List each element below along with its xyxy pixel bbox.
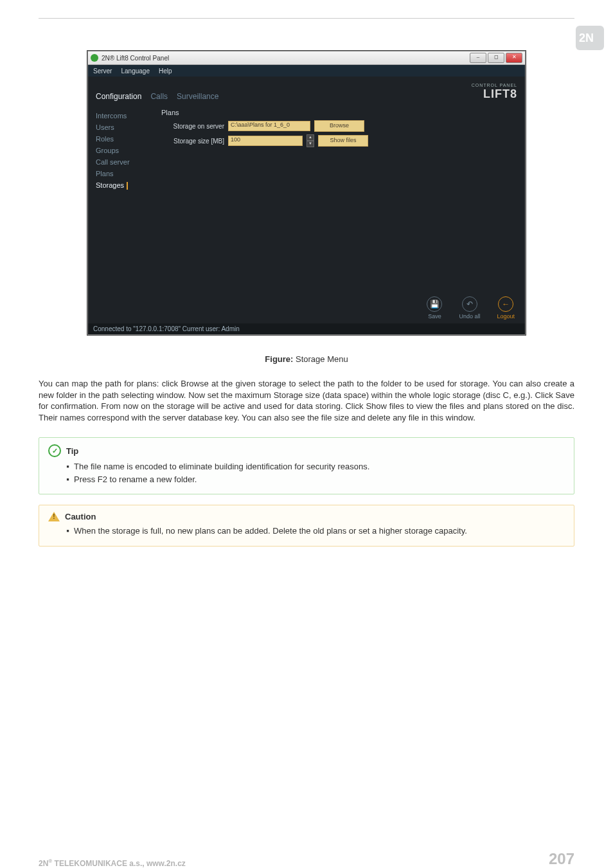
tip-item: The file name is encoded to eliminate bu… (74, 461, 565, 473)
showfiles-button[interactable]: Show files (318, 135, 368, 147)
product-logo-small: CONTROL PANEL (472, 83, 517, 87)
window-title: 2N® Lift8 Control Panel (102, 55, 169, 62)
footer-page-number: 207 (549, 850, 574, 868)
figure-caption: Figure: Storage Menu (39, 354, 574, 364)
sidebar-item-callserver[interactable]: Call server (96, 156, 152, 168)
caution-icon (48, 512, 60, 521)
menubar: Server Language Help (88, 65, 525, 77)
main-pane: Plans Storage on server C:\aaa\Plans for… (155, 105, 525, 291)
caution-title: Caution (65, 512, 96, 521)
storage-size-input[interactable]: 100 (228, 136, 303, 146)
sidebar-item-users[interactable]: Users (96, 122, 152, 133)
tip-title: Tip (66, 446, 78, 456)
storage-path-input[interactable]: C:\aaa\Plans for 1_6_0 (228, 121, 310, 131)
sidebar-item-roles[interactable]: Roles (96, 133, 152, 145)
menu-language[interactable]: Language (121, 68, 150, 75)
figure-caption-label: Figure: (265, 354, 293, 364)
minimize-button[interactable]: – (470, 53, 486, 63)
undo-button[interactable]: ↶ Undo all (459, 296, 480, 320)
spin-down-icon[interactable]: ▼ (306, 141, 314, 147)
spin-up-icon[interactable]: ▲ (306, 134, 314, 141)
window-icon (91, 54, 98, 62)
sidebar-cursor (127, 182, 128, 190)
window-titlebar: 2N® Lift8 Control Panel – ◻ ✕ (88, 51, 525, 65)
sidebar-item-plans[interactable]: Plans (96, 168, 152, 179)
menu-server[interactable]: Server (93, 68, 112, 75)
undo-label: Undo all (459, 313, 480, 320)
group-title: Plans (161, 109, 519, 116)
footer-company: 2N® TELEKOMUNIKACE a.s., www.2n.cz (39, 858, 186, 868)
sidebar-item-storages-label: Storages (96, 181, 124, 189)
brand-text: 2N (579, 32, 594, 44)
page-footer: 2N® TELEKOMUNIKACE a.s., www.2n.cz 207 (39, 850, 574, 868)
app-screenshot: 2N® Lift8 Control Panel – ◻ ✕ Server Lan… (87, 51, 526, 335)
undo-icon: ↶ (462, 296, 477, 312)
figure-caption-text: Storage Menu (293, 354, 348, 364)
maximize-button[interactable]: ◻ (488, 53, 504, 63)
tip-callout: ✓ Tip The file name is encoded to elimin… (39, 437, 574, 494)
product-logo: CONTROL PANEL LIFT8 (472, 83, 517, 101)
storage-size-label: Storage size [MB] (161, 138, 224, 145)
tip-item: Press F2 to rename a new folder. (74, 474, 565, 485)
sidebar-item-intercoms[interactable]: Intercoms (96, 110, 152, 122)
save-button[interactable]: 💾 Save (427, 296, 442, 320)
caution-item: When the storage is full, no new plans c… (74, 525, 565, 537)
close-button[interactable]: ✕ (506, 53, 522, 63)
logout-icon: ← (498, 296, 513, 312)
tab-configuration[interactable]: Configuration (96, 92, 141, 101)
bottom-bar: 💾 Save ↶ Undo all ← Logout (88, 291, 525, 323)
logout-label: Logout (497, 313, 515, 320)
body-paragraph: You can map the path for plans: click Br… (39, 378, 574, 423)
status-bar: Connected to "127.0.0.1:7008" Current us… (88, 323, 525, 334)
sidebar-item-groups[interactable]: Groups (96, 145, 152, 156)
brand-logo-badge: 2N (576, 26, 604, 50)
size-spinner[interactable]: ▲ ▼ (306, 134, 314, 147)
save-icon: 💾 (427, 296, 442, 312)
sidebar: Intercoms Users Roles Groups Call server… (88, 105, 155, 291)
logout-button[interactable]: ← Logout (497, 296, 515, 320)
tab-surveillance[interactable]: Surveillance (177, 92, 218, 101)
save-label: Save (428, 313, 441, 320)
tip-icon: ✓ (48, 444, 61, 457)
sidebar-item-storages[interactable]: Storages (96, 179, 152, 192)
menu-help[interactable]: Help (159, 68, 172, 75)
tab-calls[interactable]: Calls (150, 92, 168, 101)
browse-button[interactable]: Browse (314, 120, 364, 132)
caution-callout: Caution When the storage is full, no new… (39, 505, 574, 547)
nav-row: Configuration Calls Surveillance CONTROL… (88, 77, 525, 105)
storage-path-label: Storage on server (161, 123, 224, 130)
product-logo-big: LIFT8 (483, 87, 517, 100)
header-divider (39, 18, 574, 19)
